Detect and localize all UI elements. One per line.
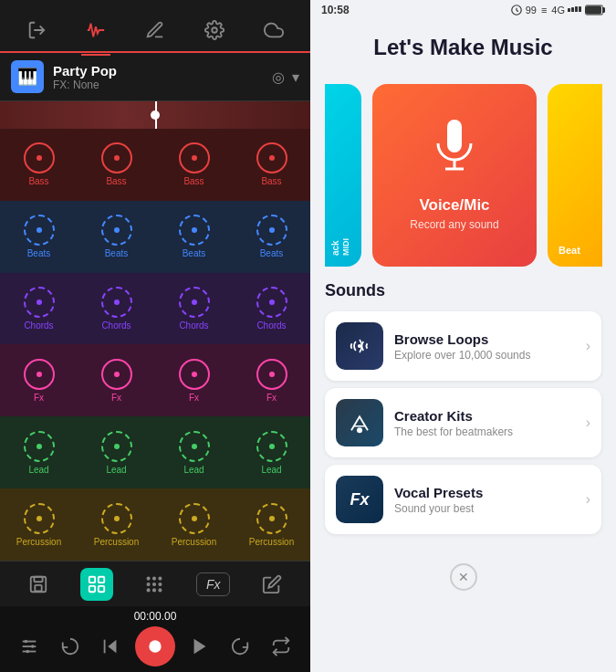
top-toolbar <box>0 0 310 53</box>
chords-cell-3[interactable]: Chords <box>155 273 233 345</box>
bottom-toolbar: Fx <box>0 561 310 606</box>
beats-icon-1 <box>24 215 55 246</box>
chords-label-2: Chords <box>101 320 131 331</box>
percussion-cell-4[interactable]: Percussion <box>233 488 310 561</box>
lead-cell-1[interactable]: Lead <box>0 416 78 488</box>
bass-cell-2[interactable]: Bass <box>78 129 155 201</box>
track-grid: Bass Bass Bass Bass Beats Bea <box>0 129 310 561</box>
beats-row: Beats Beats Beats Beats <box>0 201 310 273</box>
beats-cell-4[interactable]: Beats <box>233 201 310 273</box>
waveform-bar[interactable] <box>0 101 310 129</box>
close-button[interactable]: ✕ <box>450 563 477 591</box>
project-header[interactable]: 🎹 Party Pop FX: None ◎ ▾ <box>0 53 310 101</box>
loop-button[interactable] <box>265 630 298 663</box>
undo-button[interactable] <box>54 630 87 663</box>
status-icons: 99 ≡ 4G <box>510 4 605 16</box>
beats-label-4: Beats <box>260 248 284 258</box>
percussion-icon-1 <box>24 503 55 534</box>
sounds-title: Sounds <box>325 281 601 300</box>
svg-point-39 <box>357 427 362 433</box>
svg-point-10 <box>159 577 162 580</box>
lead-icon-2 <box>101 431 132 462</box>
chords-cell-4[interactable]: Chords <box>233 273 310 345</box>
rewind-button[interactable] <box>94 630 127 663</box>
grid-view-button[interactable] <box>80 568 113 601</box>
bass-icon-3 <box>179 142 210 173</box>
svg-point-21 <box>31 645 35 648</box>
beats-cell-2[interactable]: Beats <box>78 201 155 273</box>
chords-row: Chords Chords Chords Chords <box>0 273 310 345</box>
percussion-cell-1[interactable]: Percussion <box>0 488 78 561</box>
percussion-cell-3[interactable]: Percussion <box>155 488 233 561</box>
expand-icon[interactable]: ◎ <box>272 68 285 86</box>
cloud-icon[interactable] <box>259 16 288 45</box>
bass-row: Bass Bass Bass Bass <box>0 129 310 201</box>
chords-cell-2[interactable]: Chords <box>78 273 155 345</box>
bass-cell-4[interactable]: Bass <box>233 129 310 201</box>
svg-point-20 <box>25 640 28 644</box>
percussion-icon-2 <box>101 503 132 534</box>
settings-icon[interactable] <box>200 16 229 45</box>
fx-label-2: Fx <box>111 393 121 403</box>
fx-cell-2[interactable]: Fx <box>78 344 155 416</box>
transport-controls <box>0 626 310 667</box>
voice-mic-card[interactable]: Voice/Mic Record any sound <box>372 84 537 267</box>
bass-cell-3[interactable]: Bass <box>155 129 233 201</box>
redo-button[interactable] <box>224 630 256 663</box>
fx-icon-2 <box>101 359 132 390</box>
beats-label-1: Beats <box>27 248 51 258</box>
svg-rect-6 <box>89 585 94 591</box>
vocal-presets-info: Vocal Presets Sound your best <box>394 485 586 515</box>
bass-label-4: Bass <box>261 176 281 186</box>
creator-kits-thumbnail <box>336 399 383 446</box>
waveform-icon[interactable] <box>81 16 110 45</box>
status-bar: 10:58 99 ≡ 4G <box>310 0 616 20</box>
sounds-section: Sounds Browse Loops Explore over 10,000 … <box>310 281 616 556</box>
fx-cell-3[interactable]: Fx <box>155 344 233 416</box>
exit-icon[interactable] <box>22 16 51 45</box>
left-panel: 🎹 Party Pop FX: None ◎ ▾ Bass Bass <box>0 0 310 672</box>
beats-cell-1[interactable]: Beats <box>0 201 78 273</box>
creator-kits-item[interactable]: Creator Kits The best for beatmakers › <box>325 388 601 457</box>
svg-rect-7 <box>98 585 103 591</box>
chords-cell-1[interactable]: Chords <box>0 273 78 345</box>
edit-button[interactable] <box>256 568 288 601</box>
bass-label-3: Bass <box>183 176 204 186</box>
fx-cell-4[interactable]: Fx <box>233 344 310 416</box>
fx-button[interactable]: Fx <box>196 572 231 596</box>
lead-cell-2[interactable]: Lead <box>78 416 155 488</box>
mixer-button[interactable] <box>13 630 46 663</box>
save-icon[interactable] <box>22 568 55 601</box>
svg-point-11 <box>147 583 150 585</box>
beats-icon-4 <box>256 215 287 246</box>
percussion-icon-3 <box>179 503 210 534</box>
play-button[interactable] <box>183 630 216 663</box>
pen-icon[interactable] <box>141 16 170 45</box>
lead-cell-3[interactable]: Lead <box>155 416 233 488</box>
percussion-cell-2[interactable]: Percussion <box>78 488 155 561</box>
browse-loops-item[interactable]: Browse Loops Explore over 10,000 sounds … <box>325 311 601 381</box>
lead-cell-4[interactable]: Lead <box>233 416 310 488</box>
bottom-close-area: ✕ <box>310 556 616 598</box>
project-info: Party Pop FX: None <box>53 63 272 91</box>
lead-icon-3 <box>179 431 210 462</box>
beats-icon-3 <box>179 215 210 246</box>
browse-loops-name: Browse Loops <box>394 331 586 347</box>
beats-cell-3[interactable]: Beats <box>155 201 233 273</box>
waveform-playhead <box>151 110 160 120</box>
dots-view-button[interactable] <box>138 568 171 601</box>
bass-cell-1[interactable]: Bass <box>0 129 78 201</box>
beats-label-3: Beats <box>183 248 206 258</box>
voice-mic-title: Voice/Mic <box>419 196 489 215</box>
vocal-presets-item[interactable]: Fx Vocal Presets Sound your best › <box>325 465 601 534</box>
lead-label-3: Lead <box>183 465 204 475</box>
beat-card[interactable]: Beat <box>548 84 602 267</box>
partial-card-left[interactable]: ackMIDI <box>325 84 361 267</box>
svg-point-13 <box>159 583 162 585</box>
browse-loops-desc: Explore over 10,000 sounds <box>394 349 586 362</box>
dropdown-icon[interactable]: ▾ <box>292 68 299 86</box>
fx-cell-1[interactable]: Fx <box>0 344 78 416</box>
svg-rect-29 <box>571 7 574 12</box>
fx-label-1: Fx <box>34 393 44 403</box>
record-button[interactable] <box>135 626 175 667</box>
